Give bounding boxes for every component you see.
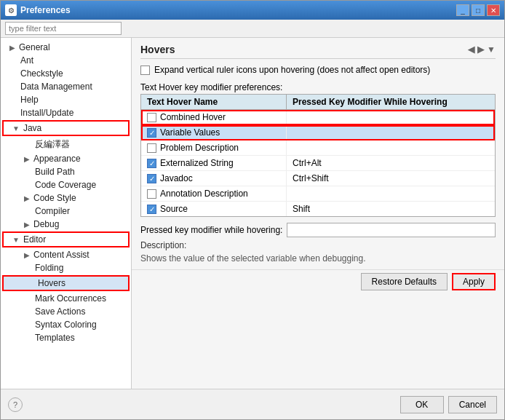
problem-description-checkbox[interactable]: [147, 143, 156, 153]
hover-modifier-text: Shift: [293, 204, 310, 214]
hover-table: Text Hover Name Pressed Key Modifier Whi…: [140, 94, 496, 217]
window-title: Preferences: [20, 5, 453, 15]
hover-cell-name: Annotation Description: [141, 186, 287, 201]
sidebar-item-java[interactable]: ▼ Java: [4, 122, 128, 135]
hover-row-problem[interactable]: Problem Description: [141, 140, 495, 156]
ok-button[interactable]: OK: [400, 396, 444, 413]
sidebar-hovers-section: Hovers: [2, 275, 130, 291]
sidebar-item-data-management[interactable]: Data Management: [1, 80, 131, 93]
hover-table-header: Text Hover Name Pressed Key Modifier Whi…: [141, 95, 495, 110]
action-bar: Restore Defaults Apply: [132, 269, 504, 293]
arrow-icon: ▶: [24, 155, 30, 163]
hover-row-externalized[interactable]: ✓ Externalized String Ctrl+Alt: [141, 156, 495, 171]
sidebar-item-debug[interactable]: ▶ Debug: [1, 218, 131, 231]
variable-values-checkbox[interactable]: ✓: [147, 128, 156, 138]
sidebar-item-label: Appearance: [33, 154, 81, 164]
hover-cell-name: ✓ Javadoc: [141, 171, 287, 186]
sidebar-item-help[interactable]: Help: [1, 93, 131, 106]
externalized-string-checkbox[interactable]: ✓: [147, 159, 156, 168]
hover-row-source[interactable]: ✓ Source Shift: [141, 202, 495, 216]
back-arrow-icon[interactable]: ◀: [468, 44, 474, 55]
restore-defaults-button[interactable]: Restore Defaults: [361, 273, 448, 290]
combined-hover-checkbox[interactable]: [147, 113, 156, 122]
arrow-icon: ▶: [9, 44, 15, 52]
sidebar-item-appearance[interactable]: ▶ Appearance: [1, 152, 131, 165]
source-checkbox[interactable]: ✓: [147, 205, 156, 214]
hover-cell-modifier: [287, 125, 495, 140]
sidebar-item-code-style[interactable]: ▶ Code Style: [1, 191, 131, 205]
arrow-icon: ▼: [12, 124, 20, 132]
hover-row-label: Annotation Description: [160, 189, 248, 199]
sidebar-item-mark-occurrences[interactable]: Mark Occurrences: [1, 292, 131, 305]
hover-row-label: Combined Hover: [160, 112, 226, 122]
titlebar-buttons: _ □ ✕: [456, 4, 500, 16]
sidebar-item-label: Editor: [23, 234, 46, 245]
sidebar-item-label: Data Management: [20, 82, 92, 92]
forward-arrow-icon[interactable]: ▶: [477, 44, 484, 55]
arrow-icon: ▼: [12, 236, 20, 244]
sidebar-item-install-update[interactable]: Install/Update: [1, 106, 131, 119]
pressed-key-input[interactable]: [287, 223, 496, 237]
sidebar-item-label: Hovers: [38, 278, 65, 288]
hover-row-variable[interactable]: ✓ Variable Values: [141, 125, 495, 140]
arrow-icon: ▶: [24, 194, 30, 202]
content-title-row: Hovers ◀ ▶ ▼: [140, 44, 496, 59]
hover-row-combined[interactable]: Combined Hover: [141, 110, 495, 125]
sidebar-item-label: Help: [20, 95, 39, 105]
sidebar-item-templates[interactable]: Templates: [1, 331, 131, 344]
sidebar-item-label: 反編澤器: [35, 138, 70, 151]
hover-cell-modifier: Ctrl+Alt: [287, 156, 495, 170]
cancel-button[interactable]: Cancel: [448, 396, 497, 413]
sidebar-java-section: ▼ Java: [2, 120, 130, 136]
main-area: ▶ General Ant Checkstyle Data Management…: [1, 38, 504, 389]
hover-cell-modifier: Ctrl+Shift: [287, 171, 495, 186]
footer: ? OK Cancel: [1, 389, 504, 419]
sidebar-item-editor[interactable]: ▼ Editor: [4, 233, 128, 246]
maximize-button[interactable]: □: [472, 4, 485, 16]
arrow-icon: ▶: [24, 251, 30, 259]
hover-cell-modifier: [287, 140, 495, 155]
sidebar-item-java-sub[interactable]: 反編澤器: [1, 137, 131, 152]
hover-cell-modifier: [287, 110, 495, 124]
sidebar-item-label: Content Assist: [33, 250, 90, 260]
close-button[interactable]: ✕: [487, 4, 500, 16]
help-button[interactable]: ?: [8, 397, 23, 412]
sidebar-item-build-path[interactable]: Build Path: [1, 165, 131, 178]
col-header-modifier: Pressed Key Modifier While Hovering: [287, 95, 495, 109]
hover-row-javadoc[interactable]: ✓ Javadoc Ctrl+Shift: [141, 171, 495, 186]
table-section-text: Text Hover key modifier preferences:: [140, 82, 282, 92]
hover-row-label: Externalized String: [160, 158, 234, 168]
sidebar-item-ant[interactable]: Ant: [1, 54, 131, 67]
expand-checkbox[interactable]: [140, 66, 150, 75]
filter-toolbar: [1, 20, 504, 38]
sidebar-item-save-actions[interactable]: Save Actions: [1, 305, 131, 318]
sidebar: ▶ General Ant Checkstyle Data Management…: [1, 38, 132, 389]
sidebar-item-folding[interactable]: Folding: [1, 261, 131, 274]
filter-input[interactable]: [5, 22, 122, 35]
annotation-description-checkbox[interactable]: [147, 189, 156, 199]
dropdown-icon[interactable]: ▼: [487, 44, 496, 55]
sidebar-item-general[interactable]: ▶ General: [1, 41, 131, 54]
sidebar-item-checkstyle[interactable]: Checkstyle: [1, 67, 131, 80]
hover-cell-modifier: [287, 186, 495, 201]
apply-button[interactable]: Apply: [452, 273, 496, 290]
minimize-button[interactable]: _: [456, 4, 469, 16]
hover-row-annotation[interactable]: Annotation Description: [141, 186, 495, 202]
hover-cell-name: ✓ Externalized String: [141, 156, 287, 170]
sidebar-item-code-coverage[interactable]: Code Coverage: [1, 178, 131, 191]
hover-cell-modifier: Shift: [287, 202, 495, 216]
hover-row-label: Javadoc: [160, 173, 193, 183]
sidebar-item-label: General: [19, 42, 50, 52]
sidebar-item-content-assist[interactable]: ▶ Content Assist: [1, 248, 131, 261]
pressed-key-label: Pressed key modifier while hovering:: [140, 225, 282, 235]
hover-row-label: Problem Description: [160, 143, 239, 153]
col-header-name: Text Hover Name: [141, 95, 287, 109]
sidebar-item-compiler[interactable]: Compiler: [1, 205, 131, 218]
hover-modifier-text: Ctrl+Shift: [293, 173, 329, 183]
sidebar-item-hovers[interactable]: Hovers: [4, 277, 128, 290]
expand-checkbox-label: Expand vertical ruler icons upon hoverin…: [154, 65, 430, 75]
sidebar-item-label: Debug: [33, 219, 59, 229]
sidebar-editor-section: ▼ Editor: [2, 231, 130, 247]
javadoc-checkbox[interactable]: ✓: [147, 174, 156, 183]
sidebar-item-syntax-coloring[interactable]: Syntax Coloring: [1, 318, 131, 331]
